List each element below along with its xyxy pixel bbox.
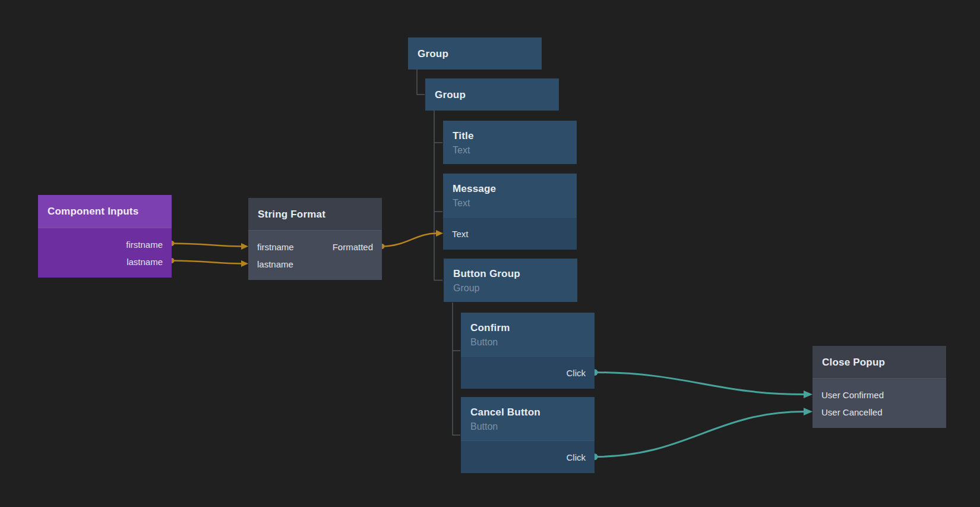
- tree-trunk-button-group: [453, 303, 460, 435]
- input-port-user-cancelled[interactable]: User Cancelled: [813, 404, 946, 421]
- node-title: Confirm: [470, 321, 585, 335]
- port-label: Click: [567, 364, 586, 382]
- wire-lastname[interactable]: [172, 261, 242, 264]
- wire-confirm-click[interactable]: [595, 373, 804, 395]
- arrowhead-user-cancelled-input: [804, 408, 813, 415]
- node-cancel-button[interactable]: Cancel Button Button Click: [461, 397, 595, 473]
- port-label: Click: [567, 449, 586, 466]
- node-title: Group: [435, 88, 549, 102]
- node-header: String Format: [248, 198, 382, 230]
- node-title: Button Group: [453, 267, 568, 281]
- input-port-user-confirmed[interactable]: User Confirmed: [813, 386, 946, 404]
- node-component-inputs[interactable]: Component Inputs firstname lastname: [38, 195, 172, 278]
- node-subtitle: Text: [453, 197, 567, 209]
- port-label: lastname: [257, 256, 293, 273]
- node-title: Group: [418, 47, 532, 61]
- node-subtitle: Group: [453, 282, 568, 294]
- port-label: firstname: [126, 236, 163, 253]
- arrowhead-text-input: [436, 230, 443, 237]
- output-port-click[interactable]: Click: [461, 364, 595, 382]
- node-subtitle: Button: [470, 420, 585, 433]
- node-ports: Text: [443, 217, 577, 250]
- node-header: Confirm Button: [461, 313, 595, 356]
- output-port-formatted[interactable]: Formatted: [333, 238, 373, 256]
- wire-formatted-to-text[interactable]: [382, 234, 437, 247]
- tree-trunk-group-inner: [434, 111, 442, 281]
- node-ports: User Confirmed User Cancelled: [813, 378, 946, 428]
- port-label: User Confirmed: [821, 386, 884, 404]
- port-row: firstname Formatted: [248, 238, 382, 256]
- node-close-popup[interactable]: Close Popup User Confirmed User Cancelle…: [813, 346, 946, 428]
- node-title: Close Popup: [822, 355, 937, 369]
- node-string-format[interactable]: String Format firstname Formatted lastna…: [248, 198, 382, 280]
- port-label: lastname: [127, 253, 163, 270]
- node-title: Cancel Button: [470, 405, 585, 419]
- output-port-click[interactable]: Click: [461, 449, 595, 466]
- node-header: Group: [425, 78, 559, 111]
- node-button-group[interactable]: Button Group Group: [444, 259, 577, 302]
- node-header: Cancel Button Button: [461, 397, 595, 440]
- arrowhead-user-confirmed-input: [804, 391, 813, 398]
- node-ports: firstname lastname: [38, 227, 172, 278]
- output-port-lastname[interactable]: lastname: [38, 253, 172, 270]
- node-header: Group: [408, 37, 542, 70]
- node-subtitle: Text: [453, 144, 567, 156]
- input-port-firstname[interactable]: firstname: [257, 238, 294, 256]
- node-ports: Click: [461, 440, 595, 473]
- node-group-inner[interactable]: Group: [425, 78, 559, 111]
- node-confirm[interactable]: Confirm Button Click: [461, 313, 595, 389]
- node-title: Message: [453, 182, 567, 196]
- node-editor-canvas[interactable]: Group Group Title Text Message Text Text…: [0, 0, 980, 507]
- node-title: String Format: [258, 207, 372, 221]
- tree-link-group-outer-to-group-inner: [417, 70, 425, 95]
- node-header: Title Text: [443, 121, 577, 164]
- node-header: Message Text: [443, 174, 577, 217]
- wire-cancel-click[interactable]: [595, 412, 804, 457]
- node-ports: Click: [461, 356, 595, 389]
- arrowhead-firstname-input: [241, 243, 248, 250]
- node-header: Component Inputs: [38, 195, 172, 227]
- node-header: Close Popup: [813, 346, 946, 378]
- node-header: Button Group Group: [444, 259, 577, 302]
- node-message[interactable]: Message Text Text: [443, 174, 577, 250]
- output-port-firstname[interactable]: firstname: [38, 236, 172, 253]
- node-ports: firstname Formatted lastname: [248, 230, 382, 280]
- input-port-text[interactable]: Text: [443, 225, 577, 243]
- node-title: Title: [453, 129, 567, 143]
- node-subtitle: Button: [470, 336, 585, 348]
- node-group-outer[interactable]: Group: [408, 37, 542, 70]
- input-port-lastname[interactable]: lastname: [248, 256, 382, 273]
- node-title: Component Inputs: [48, 204, 162, 218]
- port-label: User Cancelled: [821, 404, 883, 421]
- port-label: Text: [452, 225, 469, 243]
- node-title-text[interactable]: Title Text: [443, 121, 577, 164]
- wire-firstname[interactable]: [172, 244, 242, 247]
- arrowhead-lastname-input: [241, 260, 248, 267]
